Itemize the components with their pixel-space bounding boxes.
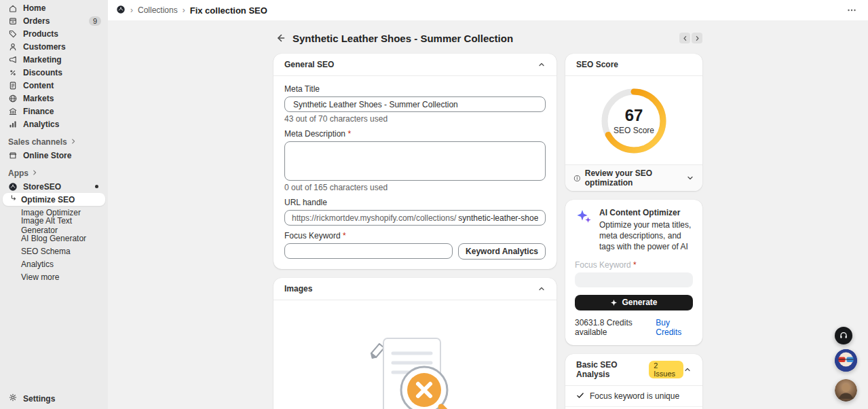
credits-available: 30631.8 Credits available <box>575 318 656 337</box>
back-arrow-icon <box>275 33 286 43</box>
seo-score-body: 67 SEO Score <box>565 76 702 164</box>
sidebar-item-home[interactable]: Home <box>0 1 108 14</box>
meta-description-label: Meta Description <box>284 129 546 139</box>
storeseo-app-icon <box>116 5 126 16</box>
keyword-analytics-button[interactable]: Keyword Analytics <box>458 243 546 260</box>
focus-keyword-label: Focus Keyword <box>284 231 546 241</box>
focus-keyword-input[interactable] <box>284 243 453 259</box>
seo-score-caption: SEO Score <box>614 126 654 135</box>
sidebar-subitem-label: AI Blog Generator <box>21 234 86 243</box>
url-prefix: https://rickmortdev.myshopify.com/collec… <box>292 213 456 223</box>
sidebar-subitem-seo-schema[interactable]: SEO Schema <box>3 245 105 257</box>
sidebar-subitem-label: SEO Schema <box>21 247 71 256</box>
sidebar-item-settings[interactable]: Settings <box>0 387 108 409</box>
sidebar-subitem-image-alt-text-generator[interactable]: Image Alt Text Generator <box>3 219 105 232</box>
url-handle-input[interactable] <box>456 213 538 223</box>
sidebar-item-analytics[interactable]: Analytics <box>0 118 108 130</box>
content-area: Synthetic Leather Shoes - Summer Collect… <box>108 20 868 409</box>
markets-icon <box>8 94 18 103</box>
check-icon <box>576 391 584 399</box>
analysis-checks: Focus keyword is uniqueFocus keyword is … <box>565 386 702 409</box>
sparkle-icon <box>610 299 618 306</box>
card-title: Basic SEO Analysis <box>576 360 645 379</box>
sidebar-item-marketing[interactable]: Marketing <box>0 53 108 66</box>
sidebar-item-finance[interactable]: Finance <box>0 105 108 118</box>
sidebar-subitem-view-more[interactable]: View more <box>3 270 105 283</box>
ai-optimizer-title: AI Content Optimizer <box>599 208 693 217</box>
support-widget-button[interactable] <box>835 327 852 344</box>
content-columns: General SEO Meta Title 43 out of 70 char… <box>273 54 702 409</box>
count-badge: 9 <box>89 16 101 26</box>
sidebar-subitem-label: Image Alt Text Generator <box>21 216 100 235</box>
sidebar-subitem-analytics[interactable]: Analytics <box>3 257 105 270</box>
sidebar-item-discounts[interactable]: Discounts <box>0 66 108 79</box>
images-body <box>273 300 556 409</box>
chevron-up-icon <box>537 285 546 293</box>
sidebar-item-label: StoreSEO <box>23 182 61 192</box>
sidebar-item-label: Discounts <box>23 68 62 77</box>
general-seo-header: General SEO <box>273 54 556 76</box>
sidebar-item-storeseo[interactable]: StoreSEO <box>0 180 108 193</box>
sidebar-subitem-optimize-seo[interactable]: Optimize SEO <box>3 193 105 206</box>
sidebar-item-online-store[interactable]: Online Store <box>0 149 108 162</box>
credits-row: 30631.8 Credits available Buy Credits <box>575 318 693 337</box>
basic-seo-analysis-card: Basic SEO Analysis 2 Issues Focus keywor… <box>565 354 702 409</box>
analytics-icon <box>8 120 18 129</box>
app-avatar-button[interactable] <box>835 349 857 372</box>
pin-dot-icon <box>95 185 98 188</box>
sidebar-item-products[interactable]: Products <box>0 27 108 40</box>
collapse-button[interactable] <box>537 60 546 69</box>
buy-credits-link[interactable]: Buy Credits <box>656 318 693 337</box>
apps-header[interactable]: Apps <box>0 162 108 180</box>
settings-label: Settings <box>23 394 55 404</box>
ai-focus-keyword-input[interactable] <box>575 272 693 287</box>
meta-description-input[interactable] <box>284 141 546 181</box>
sidebar-item-label: Online Store <box>23 151 71 160</box>
info-icon <box>573 174 581 183</box>
chevron-up-icon <box>683 366 692 374</box>
meta-title-label: Meta Title <box>284 84 546 94</box>
seo-score-card: SEO Score <box>565 54 702 191</box>
user-avatar-button[interactable] <box>835 379 857 402</box>
card-title: SEO Score <box>576 60 618 69</box>
sidebar-item-label: Home <box>23 3 45 13</box>
sidebar-item-markets[interactable]: Markets <box>0 92 108 105</box>
generate-button[interactable]: Generate <box>575 295 693 310</box>
collapse-button[interactable] <box>537 285 546 293</box>
main-nav: HomeOrders9ProductsCustomersMarketingDis… <box>0 1 108 130</box>
meta-title-input[interactable] <box>284 96 546 112</box>
sidebar-item-orders[interactable]: Orders9 <box>0 14 108 27</box>
sidebar-item-content[interactable]: Content <box>0 79 108 92</box>
sidebar-item-label: Marketing <box>23 55 62 65</box>
meta-title-help: 43 out of 70 characters used <box>284 114 546 124</box>
sales-channels-header[interactable]: Sales channels <box>0 130 108 149</box>
breadcrumb-collections[interactable]: Collections <box>138 5 178 15</box>
page-title: Synthetic Leather Shoes - Summer Collect… <box>293 33 513 44</box>
chevron-up-icon <box>537 60 546 69</box>
marketing-icon <box>8 55 18 65</box>
next-item-button[interactable] <box>692 33 702 43</box>
focus-keyword-row: Keyword Analytics <box>284 243 546 260</box>
sidebar-item-customers[interactable]: Customers <box>0 40 108 53</box>
customers-icon <box>8 42 18 52</box>
section-label: Apps <box>8 168 29 178</box>
store-icon <box>8 151 18 160</box>
chevron-right-icon <box>694 35 700 41</box>
overflow-menu-button[interactable] <box>845 3 858 17</box>
home-icon <box>8 3 18 13</box>
collapse-button[interactable] <box>683 366 692 374</box>
sidebar-item-label: Content <box>23 81 54 90</box>
review-label: Review your SEO optimization <box>585 168 682 188</box>
app-root: HomeOrders9ProductsCustomersMarketingDis… <box>0 0 868 409</box>
images-card: Images <box>273 278 556 409</box>
orders-icon <box>8 16 18 26</box>
back-button[interactable] <box>273 31 287 45</box>
chevron-left-icon <box>682 35 688 41</box>
page-header: Synthetic Leather Shoes - Summer Collect… <box>273 31 702 45</box>
review-seo-optimization-row[interactable]: Review your SEO optimization <box>565 164 702 191</box>
general-seo-card: General SEO Meta Title 43 out of 70 char… <box>273 54 556 269</box>
ai-optimizer-card: AI Content Optimizer Optimize your meta … <box>565 200 702 345</box>
prev-item-button[interactable] <box>679 33 690 43</box>
sidebar-item-label: Orders <box>23 16 50 26</box>
topbar: › Collections › Fix collection SEO <box>108 0 868 20</box>
